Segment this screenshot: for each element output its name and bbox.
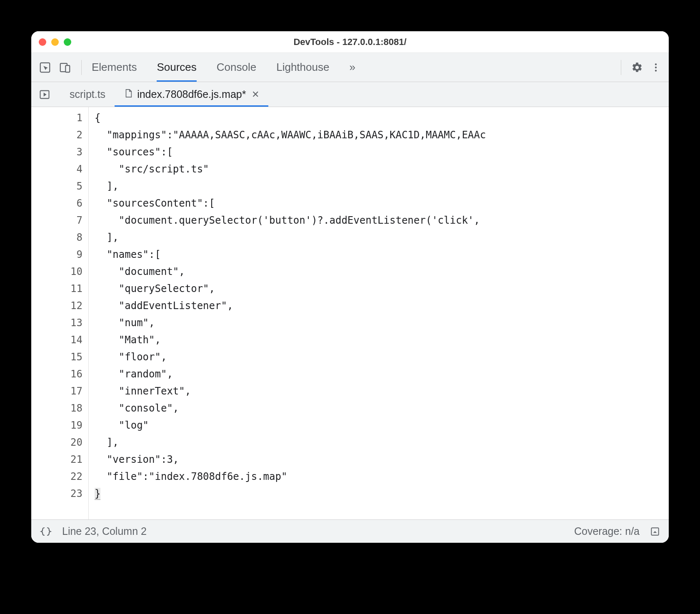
main-toolbar: Elements Sources Console Lighthouse »	[31, 53, 669, 82]
traffic-lights	[39, 38, 71, 46]
pretty-print-icon[interactable]	[40, 526, 52, 537]
statusbar: Line 23, Column 2 Coverage: n/a	[31, 519, 669, 543]
code-editor[interactable]: 1234567891011121314151617181920212223 { …	[31, 107, 669, 519]
cursor-position: Line 23, Column 2	[62, 525, 147, 537]
coverage-status: Coverage: n/a	[574, 525, 640, 537]
tab-console[interactable]: Console	[217, 53, 256, 82]
sources-sub-toolbar: script.ts index.7808df6e.js.map* ✕	[31, 82, 669, 107]
svg-point-4	[655, 66, 657, 68]
minimize-window-button[interactable]	[51, 38, 59, 46]
settings-icon[interactable]	[631, 62, 643, 73]
file-tab-label: index.7808df6e.js.map*	[137, 88, 246, 100]
line-number-gutter: 1234567891011121314151617181920212223	[31, 107, 89, 519]
window-title: DevTools - 127.0.0.1:8081/	[31, 37, 669, 47]
svg-point-5	[655, 70, 657, 71]
show-drawer-icon[interactable]	[650, 526, 660, 537]
svg-rect-2	[65, 65, 70, 72]
more-tabs-button[interactable]: »	[349, 53, 355, 82]
kebab-menu-icon[interactable]	[650, 62, 661, 73]
file-tab-index-map[interactable]: index.7808df6e.js.map* ✕	[115, 82, 268, 107]
file-tab-label: script.ts	[70, 88, 105, 100]
close-window-button[interactable]	[39, 38, 46, 46]
titlebar: DevTools - 127.0.0.1:8081/	[31, 31, 669, 53]
navigator-toggle-icon[interactable]	[39, 82, 60, 107]
svg-point-3	[655, 63, 657, 65]
toolbar-divider	[621, 60, 621, 75]
file-tab-script-ts[interactable]: script.ts	[60, 82, 115, 107]
close-tab-icon[interactable]: ✕	[250, 89, 259, 100]
devtools-window: DevTools - 127.0.0.1:8081/ Elements Sour…	[31, 31, 669, 543]
code-content[interactable]: { "mappings":"AAAAA,SAASC,cAAc,WAAWC,iBA…	[89, 107, 669, 519]
device-toolbar-icon[interactable]	[59, 61, 71, 74]
tab-sources[interactable]: Sources	[157, 53, 196, 82]
file-icon	[124, 88, 133, 100]
zoom-window-button[interactable]	[64, 38, 71, 46]
toolbar-divider	[81, 60, 82, 75]
inspect-element-icon[interactable]	[39, 61, 51, 74]
tab-lighthouse[interactable]: Lighthouse	[276, 53, 329, 82]
tab-elements[interactable]: Elements	[92, 53, 137, 82]
panel-tabs: Elements Sources Console Lighthouse »	[92, 53, 355, 82]
